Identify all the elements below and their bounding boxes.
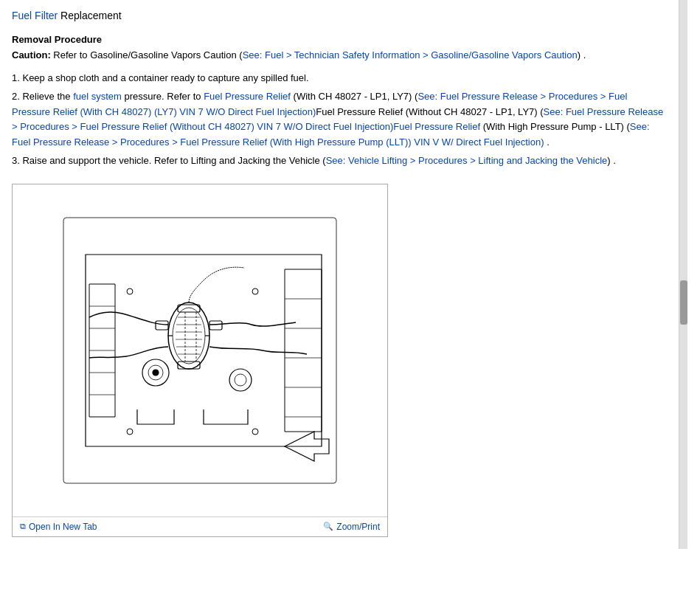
scrollbar[interactable]: [679, 0, 687, 549]
diagram-area: [13, 184, 387, 516]
step-2-text-m1: pressure. Refer to: [122, 91, 204, 102]
page-wrapper: Fuel Filter Replacement Removal Procedur…: [0, 0, 700, 549]
step-2-text-m3: Relief (Without CH 48027 - LP1, LY7) (: [375, 106, 543, 117]
zoom-print-label: Zoom/Print: [336, 522, 380, 532]
step-3: 3. Raise and support the vehicle. Refer …: [12, 153, 667, 169]
scrollbar-thumb[interactable]: [680, 280, 687, 325]
fuel-system-link[interactable]: fuel system: [73, 91, 122, 102]
title-rest: Replacement: [58, 10, 121, 21]
page-title: Fuel Filter Replacement: [12, 9, 667, 24]
new-tab-icon: ⧉: [20, 522, 26, 531]
step-2-number: 2.: [12, 91, 22, 102]
step-3-number: 3.: [12, 155, 22, 166]
step-2: 2. Relieve the fuel system pressure. Ref…: [12, 89, 667, 151]
vehicle-lifting-link[interactable]: See: Vehicle Lifting > Procedures > Lift…: [326, 155, 608, 166]
main-content: Fuel Filter Replacement Removal Procedur…: [0, 0, 679, 549]
step-2-text-m2: (With CH 48027 - LP1, LY7) (: [291, 91, 417, 102]
open-new-tab-label: Open In New Tab: [29, 522, 97, 532]
zoom-icon: 🔍: [323, 522, 333, 531]
step-1-text: Keep a shop cloth and a container ready …: [22, 72, 308, 83]
step-2-text-end: .: [544, 136, 550, 148]
caution-label: Caution:: [12, 49, 51, 60]
caution-link[interactable]: See: Fuel > Technician Safety Informatio…: [243, 49, 578, 60]
section-heading: Removal Procedure: [12, 34, 667, 45]
step-2-fuel-pressure-text: Fuel Pressure: [316, 106, 375, 117]
steps-container: 1. Keep a shop cloth and a container rea…: [12, 71, 667, 169]
svg-point-23: [153, 370, 159, 376]
fuel-pressure-relief-link2[interactable]: Fuel Pressure Relief: [393, 121, 480, 132]
step-3-text-end: ) .: [607, 155, 616, 166]
fuel-pressure-relief-link1[interactable]: Fuel Pressure Relief: [204, 91, 291, 102]
step-2-text-m4: (With High Pressure Pump - LLT) (: [480, 121, 630, 132]
step-1-number: 1.: [12, 72, 22, 83]
step-2-text-before: Relieve the: [22, 91, 73, 102]
caution-line: Caution: Refer to Gasoline/Gasoline Vapo…: [12, 48, 667, 63]
caution-text: Refer to Gasoline/Gasoline Vapors Cautio…: [51, 49, 243, 60]
image-box: ⧉ Open In New Tab 🔍 Zoom/Print: [12, 184, 388, 537]
fuel-filter-link[interactable]: Fuel Filter: [12, 10, 58, 21]
open-new-tab-link[interactable]: ⧉ Open In New Tab: [20, 522, 97, 532]
diagram-svg: [41, 196, 358, 505]
caution-text-end: ) .: [578, 49, 586, 60]
step-3-text-before: Raise and support the vehicle. Refer to …: [22, 155, 325, 166]
zoom-print-link[interactable]: 🔍 Zoom/Print: [323, 522, 380, 532]
image-footer: ⧉ Open In New Tab 🔍 Zoom/Print: [13, 516, 387, 536]
step-1: 1. Keep a shop cloth and a container rea…: [12, 71, 667, 86]
